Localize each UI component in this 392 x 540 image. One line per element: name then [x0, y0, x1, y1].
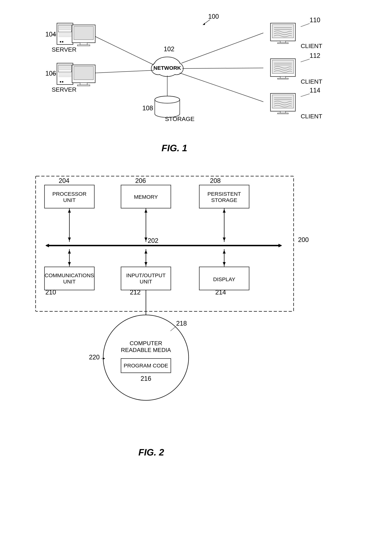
persistent-storage-label: PERSISTENT [207, 191, 241, 197]
client-label-112: CLIENT [301, 78, 322, 85]
fig1-diagram: 100 104 SERVER [18, 11, 365, 162]
svg-rect-52 [280, 41, 286, 43]
svg-line-69 [95, 36, 154, 65]
svg-rect-8 [58, 35, 71, 35]
processor-unit-label2: UNIT [63, 197, 76, 203]
svg-rect-9 [58, 36, 71, 37]
ref-110: 110 [310, 16, 320, 24]
ref-210: 210 [45, 289, 56, 296]
memory-label: MEMORY [134, 194, 158, 200]
svg-rect-96 [121, 267, 171, 290]
display-label: DISPLAY [213, 276, 235, 282]
ref-214: 214 [215, 289, 226, 296]
svg-rect-14 [80, 43, 87, 45]
ref-200: 200 [298, 236, 309, 243]
svg-rect-60 [278, 78, 288, 79]
svg-text:NETWORK: NETWORK [154, 65, 181, 71]
svg-point-10 [60, 41, 61, 43]
svg-line-72 [181, 33, 263, 63]
svg-rect-53 [278, 43, 288, 44]
svg-rect-28 [74, 66, 93, 80]
svg-point-25 [60, 81, 61, 83]
svg-rect-21 [58, 69, 71, 70]
svg-rect-7 [58, 33, 71, 34]
crm-label2: READABLE MEDIA [121, 347, 171, 353]
io-unit-label2: UNIT [140, 279, 152, 285]
ref-220: 220 [89, 354, 100, 361]
ref-114: 114 [310, 87, 320, 94]
client-label-114: CLIENT [301, 113, 322, 120]
svg-rect-22 [58, 73, 71, 74]
svg-point-26 [62, 81, 63, 83]
ref-204: 204 [59, 177, 69, 184]
client-label-110: CLIENT [301, 43, 322, 49]
ref-218: 218 [176, 320, 187, 327]
svg-rect-20 [58, 67, 71, 69]
ref-206: 206 [135, 177, 146, 184]
storage-label: STORAGE [165, 115, 195, 122]
svg-rect-13 [74, 26, 93, 40]
svg-rect-30 [77, 85, 90, 86]
program-code-label: PROGRAM CODE [124, 363, 168, 369]
fig2-label: FIG. 2 [138, 447, 164, 457]
svg-point-11 [62, 41, 63, 43]
comms-unit-label2: UNIT [63, 279, 76, 285]
svg-rect-24 [58, 76, 71, 77]
svg-rect-29 [80, 83, 87, 85]
ref-212: 212 [130, 289, 141, 296]
svg-rect-59 [280, 76, 286, 78]
svg-line-61 [301, 59, 310, 62]
io-unit-label: INPUT/OUTPUT [126, 272, 166, 278]
ref-202: 202 [148, 237, 158, 244]
fig2-diagram: 200 202 PROCESSOR UNIT 204 MEMORY 206 PE [18, 171, 365, 518]
svg-rect-67 [278, 113, 288, 114]
svg-marker-1 [203, 23, 205, 25]
ref-208: 208 [210, 177, 221, 184]
server-label-bottom: SERVER [52, 86, 76, 93]
svg-line-70 [95, 70, 154, 73]
svg-rect-23 [58, 75, 71, 76]
ref-106: 106 [45, 70, 56, 77]
svg-rect-5 [58, 27, 71, 29]
svg-line-54 [301, 24, 310, 27]
svg-rect-66 [280, 111, 286, 113]
persistent-storage-label2: STORAGE [211, 197, 237, 203]
svg-line-73 [182, 68, 263, 69]
svg-rect-19 [58, 65, 71, 67]
svg-rect-92 [45, 267, 94, 290]
svg-rect-4 [58, 25, 71, 27]
svg-line-68 [301, 94, 310, 97]
crm-label1: COMPUTER [130, 340, 162, 346]
ref-104: 104 [45, 31, 56, 38]
svg-line-74 [180, 73, 263, 102]
ref-112: 112 [310, 52, 320, 59]
svg-point-106 [103, 315, 189, 400]
comms-unit-label: COMMUNICATIONS [45, 272, 94, 278]
svg-rect-15 [77, 45, 90, 46]
ref-102: 102 [164, 45, 174, 53]
fig1-label: FIG. 1 [161, 143, 187, 153]
svg-rect-6 [58, 29, 71, 30]
ref-100: 100 [208, 13, 219, 20]
processor-unit-label: PROCESSOR [52, 191, 86, 197]
server-label-top: SERVER [52, 46, 76, 53]
